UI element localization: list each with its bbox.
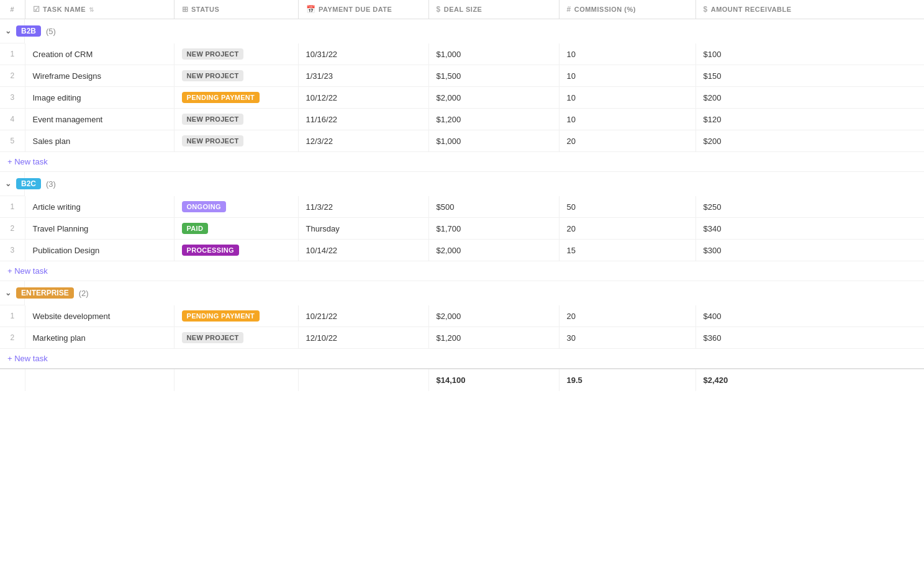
task-name: Marketing plan — [25, 327, 174, 349]
group-count-b2b: (5) — [46, 27, 56, 36]
task-amount: $360 — [695, 327, 924, 349]
task-deal: $1,700 — [428, 218, 559, 240]
task-amount: $150 — [695, 65, 924, 87]
row-num: 2 — [0, 327, 25, 349]
table-row: 2 Wireframe Designs NEW PROJECT 1/31/23 … — [0, 65, 924, 87]
new-task-label[interactable]: + New task — [0, 152, 924, 172]
footer-commission-avg: 19.5 — [559, 369, 695, 391]
status-badge: PENDING PAYMENT — [182, 310, 260, 322]
footer-empty-2 — [25, 369, 174, 391]
task-amount: $250 — [695, 196, 924, 218]
task-amount: $300 — [695, 240, 924, 261]
status-badge: NEW PROJECT — [182, 135, 244, 146]
row-num: 3 — [0, 87, 25, 109]
status-badge: NEW PROJECT — [182, 70, 244, 81]
task-status: NEW PROJECT — [174, 130, 298, 152]
status-icon: ⊞ — [182, 5, 189, 14]
col-header-task: ☑ TASK NAME — [25, 0, 174, 19]
group-count-enterprise: (2) — [79, 289, 89, 298]
task-date: 10/21/22 — [298, 305, 428, 327]
task-amount: $200 — [695, 87, 924, 109]
row-num: 3 — [0, 240, 25, 261]
table-row: 3 Publication Design PROCESSING 10/14/22… — [0, 240, 924, 261]
row-num: 1 — [0, 196, 25, 218]
table-row: 2 Marketing plan NEW PROJECT 12/10/22 $1… — [0, 327, 924, 349]
task-date: 12/3/22 — [298, 130, 428, 152]
col-num-label: # — [10, 6, 14, 13]
task-table: # ☑ TASK NAME ⊞ STATUS — [0, 0, 924, 391]
task-deal: $1,200 — [428, 109, 559, 130]
new-task-label[interactable]: + New task — [0, 261, 924, 281]
task-date: 10/12/22 — [298, 87, 428, 109]
task-deal: $1,000 — [428, 130, 559, 152]
col-deal-label: DEAL SIZE — [444, 6, 482, 13]
task-name: Wireframe Designs — [25, 65, 174, 87]
row-num: 1 — [0, 43, 25, 65]
new-task-enterprise[interactable]: + New task — [0, 349, 924, 369]
status-badge: NEW PROJECT — [182, 48, 244, 60]
group-badge-b2b: B2B — [16, 25, 41, 37]
group-badge-b2c: B2C — [16, 178, 41, 189]
group-cell-b2c: ⌄ B2C (3) — [0, 172, 25, 196]
new-task-b2c[interactable]: + New task — [0, 261, 924, 281]
col-header-amount: $ AMOUNT RECEIVABLE — [695, 0, 924, 19]
table-row: 1 Article writing ONGOING 11/3/22 $500 5… — [0, 196, 924, 218]
table-row: 5 Sales plan NEW PROJECT 12/3/22 $1,000 … — [0, 130, 924, 152]
task-deal: $1,000 — [428, 43, 559, 65]
footer-empty-1 — [0, 369, 25, 391]
group-header-b2b: ⌄ B2B (5) — [0, 19, 924, 44]
task-amount: $340 — [695, 218, 924, 240]
footer-deal-total: $14,100 — [428, 369, 559, 391]
task-date: 1/31/23 — [298, 65, 428, 87]
amount-icon: $ — [704, 5, 708, 14]
task-commission: 10 — [559, 65, 695, 87]
status-badge: PAID — [182, 223, 209, 234]
task-status: NEW PROJECT — [174, 327, 298, 349]
task-date: Thursday — [298, 218, 428, 240]
new-task-b2b[interactable]: + New task — [0, 152, 924, 172]
table-header-row: # ☑ TASK NAME ⊞ STATUS — [0, 0, 924, 19]
task-commission: 30 — [559, 327, 695, 349]
group-toggle-enterprise[interactable]: ⌄ — [5, 289, 11, 297]
row-num: 1 — [0, 305, 25, 327]
row-num: 4 — [0, 109, 25, 130]
main-table-wrapper: # ☑ TASK NAME ⊞ STATUS — [0, 0, 924, 576]
task-status: NEW PROJECT — [174, 109, 298, 130]
deal-icon: $ — [437, 5, 441, 14]
task-amount: $120 — [695, 109, 924, 130]
col-header-num: # — [0, 0, 25, 19]
task-deal: $1,500 — [428, 65, 559, 87]
status-badge: NEW PROJECT — [182, 114, 244, 125]
table-row: 3 Image editing PENDING PAYMENT 10/12/22… — [0, 87, 924, 109]
task-deal: $2,000 — [428, 87, 559, 109]
task-commission: 50 — [559, 196, 695, 218]
task-name: Image editing — [25, 87, 174, 109]
status-badge: PENDING PAYMENT — [182, 92, 260, 103]
task-commission: 10 — [559, 87, 695, 109]
task-commission: 15 — [559, 240, 695, 261]
task-amount: $100 — [695, 43, 924, 65]
new-task-label[interactable]: + New task — [0, 349, 924, 369]
task-status: PENDING PAYMENT — [174, 305, 298, 327]
task-date: 11/3/22 — [298, 196, 428, 218]
task-date: 10/31/22 — [298, 43, 428, 65]
col-header-deal: $ DEAL SIZE — [428, 0, 559, 19]
group-toggle-b2c[interactable]: ⌄ — [5, 179, 11, 188]
footer-row: $14,100 19.5 $2,420 — [0, 369, 924, 391]
task-status: ONGOING — [174, 196, 298, 218]
col-header-date: 📅 PAYMENT DUE DATE — [298, 0, 428, 19]
group-toggle-b2b[interactable]: ⌄ — [5, 27, 11, 35]
col-date-label: PAYMENT DUE DATE — [319, 6, 392, 13]
date-icon: 📅 — [306, 5, 316, 14]
col-commission-label: COMMISSION (%) — [574, 6, 636, 13]
task-commission: 20 — [559, 305, 695, 327]
task-name: Sales plan — [25, 130, 174, 152]
table-row: 1 Website development PENDING PAYMENT 10… — [0, 305, 924, 327]
task-name: Article writing — [25, 196, 174, 218]
task-sort-icon[interactable] — [89, 6, 94, 13]
task-name: Creation of CRM — [25, 43, 174, 65]
task-commission: 20 — [559, 130, 695, 152]
task-name: Website development — [25, 305, 174, 327]
group-header-b2c: ⌄ B2C (3) — [0, 172, 924, 197]
table-row: 2 Travel Planning PAID Thursday $1,700 2… — [0, 218, 924, 240]
